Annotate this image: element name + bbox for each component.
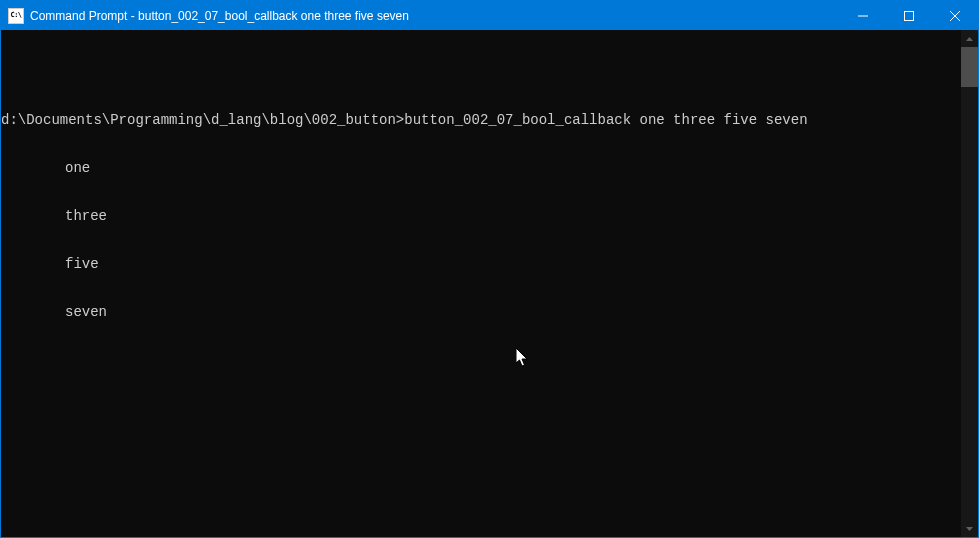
mouse-cursor-icon xyxy=(516,348,530,368)
command-text: button_002_07_bool_callback one three fi… xyxy=(404,112,807,128)
output-line: seven xyxy=(1,304,961,320)
svg-rect-1 xyxy=(905,11,914,20)
output-text: five xyxy=(65,256,99,272)
output-line: three xyxy=(1,208,961,224)
client-area: d:\Documents\Programming\d_lang\blog\002… xyxy=(1,30,978,537)
vertical-scrollbar[interactable] xyxy=(961,30,978,537)
scroll-up-button[interactable] xyxy=(961,30,978,47)
close-button[interactable] xyxy=(932,1,978,30)
chevron-up-icon xyxy=(966,37,973,41)
titlebar[interactable]: C:\ Command Prompt - button_002_07_bool_… xyxy=(1,1,978,30)
scroll-track[interactable] xyxy=(961,47,978,520)
console-output[interactable]: d:\Documents\Programming\d_lang\blog\002… xyxy=(1,30,961,537)
empty-line xyxy=(1,64,961,80)
cmd-icon-label: C:\ xyxy=(10,12,21,19)
command-prompt-window: C:\ Command Prompt - button_002_07_bool_… xyxy=(0,0,979,538)
output-text: one xyxy=(65,160,90,176)
cmd-icon: C:\ xyxy=(8,8,24,24)
minimize-icon xyxy=(858,11,868,21)
output-line: five xyxy=(1,256,961,272)
maximize-icon xyxy=(904,11,914,21)
close-icon xyxy=(950,11,960,21)
window-controls xyxy=(840,1,978,30)
chevron-down-icon xyxy=(966,527,973,531)
output-text: three xyxy=(65,208,107,224)
prompt-path: d:\Documents\Programming\d_lang\blog\002… xyxy=(1,112,404,128)
output-text: seven xyxy=(65,304,107,320)
minimize-button[interactable] xyxy=(840,1,886,30)
scroll-down-button[interactable] xyxy=(961,520,978,537)
prompt-line: d:\Documents\Programming\d_lang\blog\002… xyxy=(1,112,961,128)
output-line: one xyxy=(1,160,961,176)
scroll-thumb[interactable] xyxy=(961,47,978,87)
maximize-button[interactable] xyxy=(886,1,932,30)
window-title: Command Prompt - button_002_07_bool_call… xyxy=(30,9,840,23)
